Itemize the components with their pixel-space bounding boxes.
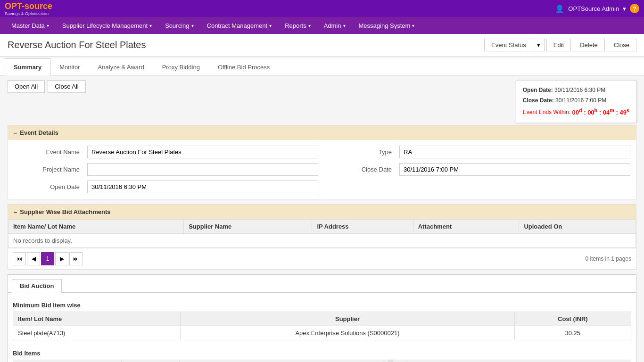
tab-offline-bid-process[interactable]: Offline Bid Process [209,58,279,75]
timer-minutes: 04 [603,109,610,116]
open-all-button[interactable]: Open All [8,80,45,93]
top-bar: OPT-source Savings & Optimization 👤 OPTS… [0,0,644,17]
pagination: ⏮ ◀ 1 ▶ ⏭ 0 items in 1 pages [8,248,636,269]
delete-button[interactable]: Delete [573,39,605,51]
min-bid-col-supplier: Supplier [181,312,514,326]
nav-sourcing-arrow: ▾ [191,23,194,28]
page-header: Reverse Auction For Steel Plates Event S… [0,34,644,57]
open-date-input[interactable] [87,181,318,193]
close-all-button[interactable]: Close All [48,80,86,93]
timer-popup: Open Date: 30/11/2016 6:30 PM Close Date… [516,80,636,123]
nav-contract-management-label: Contract Management [207,22,268,29]
supplier-attachments-title: Supplier Wise Bid Attachments [20,208,110,215]
nav-reports-label: Reports [285,22,306,29]
event-details-title: Event Details [20,129,58,136]
tab-summary[interactable]: Summary [5,58,50,75]
timer-s-sup: s [627,107,629,113]
nav-admin[interactable]: Admin ▾ [317,17,352,34]
logo: OPT-source Savings & Optimization [5,1,52,16]
nav-reports[interactable]: Reports ▾ [278,17,317,34]
project-name-label: Project Name [14,166,80,173]
col-attachment: Attachment [413,220,519,234]
user-name[interactable]: OPTSource Admin [568,5,619,12]
min-bid-title: Minimum Bid Item wise [13,298,631,312]
nav-admin-label: Admin [324,22,341,29]
attachments-table: Item Name/ Lot Name Supplier Name IP Add… [8,219,636,248]
supplier-attachments-panel: – Supplier Wise Bid Attachments Item Nam… [8,204,636,270]
event-status-dropdown-button[interactable]: ▾ [533,39,545,51]
prev-page-btn[interactable]: ◀ [27,252,40,265]
event-name-input[interactable] [87,146,318,158]
timer-close-date: Close Date: 30/11/2016 7:00 PM [523,96,629,106]
nav-supplier-lifecycle[interactable]: Supplier Lifecycle Management ▾ [56,17,158,34]
tab-proxy-bidding[interactable]: Proxy Bidding [153,58,209,75]
tab-analyze-award[interactable]: Analyze & Award [89,58,153,75]
tab-monitor[interactable]: Monitor [50,58,89,75]
nav-contract-management[interactable]: Contract Management ▾ [200,17,279,34]
page-buttons: ⏮ ◀ 1 ▶ ⏭ [13,252,83,265]
type-input[interactable] [399,146,630,158]
bid-col-qty: Qty. [122,360,179,362]
close-date-input[interactable] [399,163,630,176]
edit-button[interactable]: Edit [546,39,571,51]
nav-messaging-label: Messaging System [359,22,411,29]
nav-reports-arrow: ▾ [308,23,311,28]
timer-sep2: : [599,109,603,116]
bid-items-title: Bid Items [13,346,631,360]
tabs-bar: Summary Monitor Analyze & Award Proxy Bi… [0,58,644,75]
timer-m-sup: m [610,107,614,113]
timer-sep1: : [584,109,587,116]
nav-sourcing-label: Sourcing [165,22,189,29]
timer-open-date-val: 30/11/2016 6:30 PM [554,87,605,93]
bid-auction-panel: Bid Auction Minimum Bid Item wise Item/ … [8,274,636,362]
nav-messaging-arrow: ▾ [412,23,414,28]
event-name-label: Event Name [14,148,80,156]
col-ip-address: IP Address [312,220,413,234]
user-dropdown-icon[interactable]: ▾ [623,5,626,12]
project-name-input[interactable] [87,163,318,176]
logo-suffix: -source [22,1,52,11]
min-bid-col-cost: Cost (INR) [514,312,631,326]
first-page-btn[interactable]: ⏮ [13,252,26,265]
supplier-attachments-body: Item Name/ Lot Name Supplier Name IP Add… [8,219,636,269]
nav-messaging[interactable]: Messaging System ▾ [352,17,421,34]
min-bid-col-item: Item/ Lot Name [13,312,181,326]
last-page-btn[interactable]: ⏭ [69,252,83,265]
bid-col-item: Item/ Lot Name [13,360,122,362]
collapse-icon-2[interactable]: – [14,208,17,215]
page-info: 0 items in 1 pages [586,255,631,262]
logo-title: OPT-source [5,1,52,11]
header-actions: Event Status ▾ Edit Delete Close [484,39,636,51]
collapse-icon[interactable]: – [14,129,17,136]
logo-opt: OPT [5,1,22,11]
bid-auction-tab[interactable]: Bid Auction [12,279,62,293]
supplier-attachments-header[interactable]: – Supplier Wise Bid Attachments [8,205,636,219]
next-page-btn[interactable]: ▶ [55,252,68,265]
toolbar-row: Open Date: 30/11/2016 6:30 PM Close Date… [8,80,636,125]
close-button[interactable]: Close [607,39,636,51]
bid-supplier2-name: Suraj Machineries (S0000003) [407,360,631,362]
nav-supplier-lifecycle-label: Supplier Lifecycle Management [62,22,148,29]
user-icon: 👤 [555,4,564,13]
min-bid-table: Item/ Lot Name Supplier Cost (INR) Steel… [13,312,631,340]
help-icon[interactable]: ? [630,4,639,13]
timer-d-sup: d [579,107,582,113]
no-records-row: No records to display. [8,234,636,248]
col-supplier-name: Supplier Name [184,220,312,234]
logo-sub: Savings & Optimization [5,11,52,16]
event-details-body: Event Name Type Project Name Close Date … [8,140,636,199]
nav-supplier-lifecycle-arrow: ▾ [149,23,152,28]
nav-sourcing[interactable]: Sourcing ▾ [158,17,200,34]
timer-days: 00 [572,109,578,116]
event-details-header[interactable]: – Event Details [8,125,636,140]
page-1-btn[interactable]: 1 [41,252,54,265]
main-content: Open Date: 30/11/2016 6:30 PM Close Date… [0,75,644,362]
bid-items-table: Item/ Lot Name Qty. Apex Enterprise Solu… [13,360,631,362]
open-date-label: Open Date [14,183,80,190]
nav-menu: Master Data ▾ Supplier Lifecycle Managem… [0,17,644,34]
event-details-panel: – Event Details Event Name Type Project … [8,125,636,199]
close-date-label: Close Date [326,166,392,173]
user-area: 👤 OPTSource Admin ▾ ? [555,4,639,13]
nav-master-data[interactable]: Master Data ▾ [5,17,56,34]
event-status-button[interactable]: Event Status [484,39,533,51]
